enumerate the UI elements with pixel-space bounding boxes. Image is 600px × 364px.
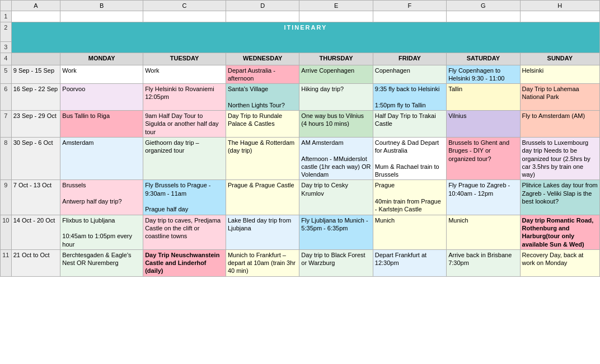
week-9-thursday: Day trip to Cesky Krumlov: [299, 180, 373, 215]
week-7-wednesday: Day Trip to Rundale Palace & Castles: [226, 111, 299, 138]
week-10-wednesday: Lake Bled day trip from Ljubjana: [226, 215, 299, 249]
week-6-sunday: Day Trip to Lahemaa National Park: [520, 84, 599, 111]
week-11-tuesday: Day Trip Neuschwanstein Castle and Linde…: [143, 249, 226, 276]
week-6-friday: 9:35 fly back to Helsinki 1:50pm fly to …: [373, 84, 446, 111]
row-num-10: 10: [1, 215, 12, 249]
week-11-saturday: Arrive back in Brisbane 7:30pm: [447, 249, 520, 276]
week-row-7: 7 23 Sep - 29 Oct Bus Tallin to Riga 9am…: [1, 111, 600, 138]
week-9-saturday: Fly Prague to Zagreb - 10:40am - 12pm: [447, 180, 520, 215]
cell-1d: [226, 11, 299, 22]
week-8-friday: Courtney & Dad Depart for Australia Mum …: [373, 137, 446, 179]
week-9-wednesday: Prague & Prague Castle: [226, 180, 299, 215]
row-num-5: 5: [1, 65, 12, 84]
week-10-sunday: Day trip Romantic Road, Rothenburg and H…: [520, 215, 599, 249]
week-7-monday: Bus Tallin to Riga: [60, 111, 143, 138]
header-monday: MONDAY: [60, 53, 143, 65]
week-5-saturday: Fly Copenhagen to Helsinki 9:30 - 11:00: [447, 65, 520, 84]
week-5-sunday: Helsinki: [520, 65, 599, 84]
cell-1f: [373, 11, 446, 22]
row-num-9: 9: [1, 180, 12, 215]
row-num-11: 11: [1, 249, 12, 276]
week-row-10: 10 14 Oct - 20 Oct Flixbus to Ljubljana …: [1, 215, 600, 249]
week-7-date: 23 Sep - 29 Oct: [11, 111, 60, 138]
col-header-e: E: [299, 1, 373, 11]
week-row-5: 5 9 Sep - 15 Sep Work Work Depart Austra…: [1, 65, 600, 84]
week-row-6: 6 16 Sep - 22 Sep Poorvoo Fly Helsinki t…: [1, 84, 600, 111]
column-headers: A B C D E F G H: [1, 1, 600, 11]
week-9-tuesday: Fly Brussels to Prague - 9:30am - 11am P…: [143, 180, 226, 215]
week-11-wednesday: Munich to Frankfurt – depart at 10am (tr…: [226, 249, 299, 276]
week-10-friday: Munich: [373, 215, 446, 249]
header-date: [11, 53, 60, 65]
week-11-date: 21 Oct to Oct: [11, 249, 60, 276]
week-10-saturday: Munich: [447, 215, 520, 249]
row-num-3: 3: [1, 41, 12, 53]
col-header-d: D: [226, 1, 299, 11]
week-10-date: 14 Oct - 20 Oct: [11, 215, 60, 249]
week-5-friday: Copenhagen: [373, 65, 446, 84]
week-6-saturday: Tallin: [447, 84, 520, 111]
week-9-date: 7 Oct - 13 Oct: [11, 180, 60, 215]
week-7-saturday: Vilnius: [447, 111, 520, 138]
week-6-thursday: Hiking day trip?: [299, 84, 373, 111]
col-header-b: B: [60, 1, 143, 11]
week-10-tuesday: Day trip to caves, Predjama Castle on th…: [143, 215, 226, 249]
col-header-c: C: [143, 1, 226, 11]
week-7-thursday: One way bus to Vilnius (4 hours 10 mins): [299, 111, 373, 138]
week-row-8: 8 30 Sep - 6 Oct Amsterdam Giethoorn day…: [1, 137, 600, 179]
week-11-monday: Berchtesgaden & Eagle's Nest OR Nurember…: [60, 249, 143, 276]
week-8-monday: Amsterdam: [60, 137, 143, 179]
week-11-friday: Depart Frankfurt at 12:30pm: [373, 249, 446, 276]
spreadsheet: A B C D E F G H 1 2 ITINERARY 3 4 MONDAY…: [0, 0, 600, 277]
week-8-date: 30 Sep - 6 Oct: [11, 137, 60, 179]
week-8-wednesday: The Hague & Rotterdam (day trip): [226, 137, 299, 179]
week-11-sunday: Recovery Day, back at work on Monday: [520, 249, 599, 276]
week-6-wednesday: Santa's Village Northen Lights Tour?: [226, 84, 299, 111]
week-10-thursday: Fly Ljubljana to Munich - 5:35pm - 6:35p…: [299, 215, 373, 249]
week-6-tuesday: Fly Helsinki to Rovaniemi 12:05pm: [143, 84, 226, 111]
header-wednesday: WEDNESDAY: [226, 53, 299, 65]
week-5-wednesday: Depart Australia - afternoon: [226, 65, 299, 84]
week-5-thursday: Arrive Copenhagen: [299, 65, 373, 84]
col-header-g: G: [447, 1, 520, 11]
week-9-sunday: Plitvice Lakes day tour from Zagreb - Ve…: [520, 180, 599, 215]
week-5-tuesday: Work: [143, 65, 226, 84]
day-header-row: 4 MONDAY TUESDAY WEDNESDAY THURSDAY FRID…: [1, 53, 600, 65]
row-num-6: 6: [1, 84, 12, 111]
week-5-monday: Work: [60, 65, 143, 84]
row-1: 1: [1, 11, 600, 22]
col-header-a: A: [11, 1, 60, 11]
header-tuesday: TUESDAY: [143, 53, 226, 65]
week-row-11: 11 21 Oct to Oct Berchtesgaden & Eagle's…: [1, 249, 600, 276]
col-header-h: H: [520, 1, 599, 11]
title-cell: ITINERARY: [11, 22, 599, 53]
week-6-date: 16 Sep - 22 Sep: [11, 84, 60, 111]
week-7-sunday: Fly to Amsterdam (AM): [520, 111, 599, 138]
week-8-tuesday: Giethoorn day trip – organized tour: [143, 137, 226, 179]
cell-1a: [11, 11, 60, 22]
week-row-9: 9 7 Oct - 13 Oct Brussels Antwerp half d…: [1, 180, 600, 215]
week-9-friday: Prague 40min train from Prague - Karlste…: [373, 180, 446, 215]
week-6-monday: Poorvoo: [60, 84, 143, 111]
header-friday: FRIDAY: [373, 53, 446, 65]
week-11-thursday: Day trip to Black Forest or Warzburg: [299, 249, 373, 276]
row-num-2: 2: [1, 22, 12, 41]
row-num-7: 7: [1, 111, 12, 138]
week-7-friday: Half Day Trip to Trakai Castle: [373, 111, 446, 138]
col-header-f: F: [373, 1, 446, 11]
row-num-1: 1: [1, 11, 12, 22]
cell-1e: [299, 11, 373, 22]
cell-1h: [520, 11, 599, 22]
col-header-row: [1, 1, 12, 11]
row-num-4: 4: [1, 53, 12, 65]
cell-1b: [60, 11, 143, 22]
week-10-monday: Flixbus to Ljubljana 10:45am to 1:05pm e…: [60, 215, 143, 249]
header-thursday: THURSDAY: [299, 53, 373, 65]
week-7-tuesday: 9am Half Day Tour to Sigulda or another …: [143, 111, 226, 138]
week-9-monday: Brussels Antwerp half day trip?: [60, 180, 143, 215]
week-5-date: 9 Sep - 15 Sep: [11, 65, 60, 84]
cell-1c: [143, 11, 226, 22]
row-num-8: 8: [1, 137, 12, 179]
week-8-saturday: Brussels to Ghent and Bruges - DIY or or…: [447, 137, 520, 179]
header-sunday: SUNDAY: [520, 53, 599, 65]
